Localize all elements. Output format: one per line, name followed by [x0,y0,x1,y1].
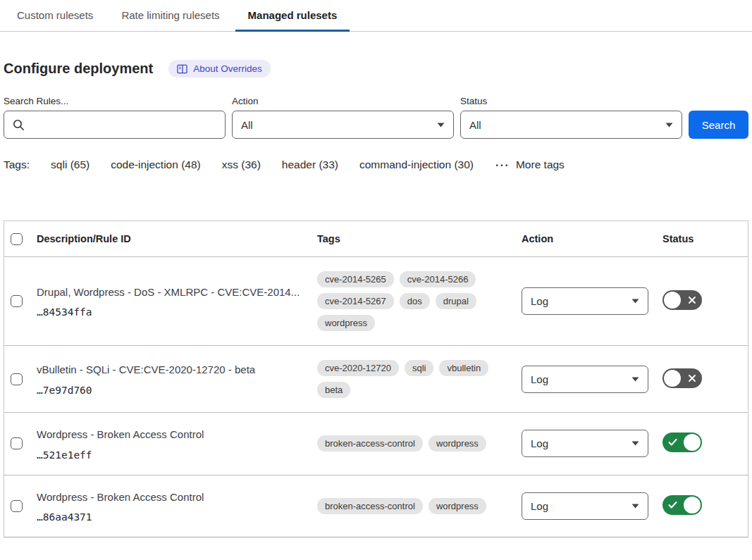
tag-filter-sqli[interactable]: sqli (65) [51,158,90,171]
filter-bar: Search Rules... Action All Status All [4,96,748,139]
column-tags: Tags [317,233,522,244]
table-header: Description/Rule ID Tags Action Status [4,221,748,256]
search-rules-input[interactable] [4,111,226,139]
rule-tag-pill[interactable]: cve-2020-12720 [317,360,399,376]
rule-description: Wordpress - Broken Access Control [37,490,309,506]
table-row: Wordpress - Broken Access Control…86aa43… [4,475,748,537]
rule-action-value: Log [531,295,548,307]
row-checkbox[interactable] [11,373,23,385]
action-filter-value: All [241,119,253,131]
tab-managed-rulesets[interactable]: Managed rulesets [235,0,350,32]
rule-tag-pill[interactable]: dos [400,293,430,309]
rule-status-cell [662,368,748,390]
action-filter-label: Action [232,96,454,106]
rule-action-cell: Log [522,430,662,457]
rule-tag-pill[interactable]: cve-2014-5266 [400,271,476,287]
rule-tag-pill[interactable]: drupal [436,293,476,309]
ellipsis-icon: ⋯ [495,161,510,168]
status-filter-label: Status [460,96,682,106]
rule-description-cell: Wordpress - Broken Access Control…86aa43… [37,490,317,523]
rule-tag-pill[interactable]: vbulletin [439,360,488,376]
rule-status-toggle[interactable] [662,495,702,515]
about-overrides-link[interactable]: About Overrides [168,60,271,77]
search-button[interactable]: Search [689,111,748,139]
rule-tag-pill[interactable]: cve-2014-5265 [317,271,394,287]
x-icon [688,374,696,382]
rule-action-select[interactable]: Log [522,287,648,315]
x-icon [688,296,696,304]
rule-tag-pill[interactable]: wordpress [317,315,375,331]
rule-tags-cell: cve-2014-5265cve-2014-5266cve-2014-5267d… [317,271,522,331]
rule-action-value: Log [531,437,548,449]
check-icon [668,439,677,447]
tag-filter-header[interactable]: header (33) [282,158,338,171]
more-tags-button[interactable]: ⋯ More tags [495,158,565,171]
rule-status-cell [662,495,748,517]
toggle-knob [684,434,701,451]
rule-action-select[interactable]: Log [522,492,648,520]
rule-action-cell: Log [522,287,662,315]
rule-description: vBulletin - SQLi - CVE:CVE-2020-12720 - … [37,362,309,378]
status-filter-value: All [469,119,481,131]
row-checkbox[interactable] [11,295,23,307]
more-tags-label: More tags [516,158,565,171]
header-checkbox-cell [4,233,37,245]
rule-status-cell [662,290,748,312]
action-filter-field: Action All [232,96,454,139]
main-content: Configure deployment About Overrides Sea… [0,60,752,537]
rule-status-toggle[interactable] [662,290,702,310]
tag-filter-command-injection[interactable]: command-injection (30) [359,158,474,171]
table-body: Drupal, Wordpress - DoS - XMLRPC - CVE:C… [4,256,748,537]
row-checkbox[interactable] [11,500,23,512]
chevron-down-icon [631,504,639,509]
rules-table: Description/Rule ID Tags Action Status D… [4,220,748,537]
search-icon [13,119,25,131]
select-all-checkbox[interactable] [11,233,23,245]
row-checkbox-cell [4,500,37,512]
row-checkbox-cell [4,295,37,307]
table-row: Wordpress - Broken Access Control…521e1e… [4,412,748,475]
rule-status-cell [662,433,748,454]
toggle-x-glyph [688,374,696,382]
rule-status-toggle[interactable] [662,433,702,452]
rule-tag-pill[interactable]: wordpress [429,435,486,452]
book-icon [177,64,187,74]
rule-id: …7e97d760 [37,385,309,396]
chevron-down-icon [631,377,639,382]
tags-bar-label: Tags: [4,158,30,171]
toggle-check-glyph [668,501,677,509]
rule-tag-pill[interactable]: wordpress [429,498,486,514]
rule-tag-pill[interactable]: beta [317,382,350,398]
rule-description-cell: Drupal, Wordpress - DoS - XMLRPC - CVE:C… [37,285,317,318]
tag-filter-code-injection[interactable]: code-injection (48) [111,158,201,171]
search-rules-field: Search Rules... [4,96,226,139]
toggle-knob [664,370,681,387]
row-checkbox[interactable] [11,437,23,449]
toggle-knob [684,497,701,514]
rule-action-cell: Log [522,492,662,520]
tab-custom-rulesets[interactable]: Custom rulesets [4,0,106,32]
tag-filter-xss[interactable]: xss (36) [222,158,261,171]
action-filter-select[interactable]: All [232,111,454,139]
rule-tag-pill[interactable]: broken-access-control [317,435,423,452]
rule-action-value: Log [531,373,548,385]
rule-action-select[interactable]: Log [522,430,648,457]
status-filter-select[interactable]: All [460,111,682,139]
tab-rate-limiting-rulesets[interactable]: Rate limiting rulesets [109,0,232,32]
rule-id: …521e1eff [37,449,309,461]
column-status: Status [662,233,748,244]
about-overrides-label: About Overrides [193,63,262,74]
tags-bar: Tags: sqli (65) code-injection (48) xss … [4,158,748,171]
rule-tag-pill[interactable]: broken-access-control [317,498,423,514]
rule-tags-cell: cve-2020-12720sqlivbulletinbeta [317,360,522,398]
table-row: vBulletin - SQLi - CVE:CVE-2020-12720 - … [4,345,748,412]
row-checkbox-cell [4,373,37,385]
column-description-rule-id: Description/Rule ID [37,233,317,244]
rule-tag-pill[interactable]: cve-2014-5267 [317,293,394,309]
rule-tag-pill[interactable]: sqli [405,360,434,376]
row-checkbox-cell [4,437,37,449]
toggle-x-glyph [688,296,696,304]
rule-status-toggle[interactable] [662,368,702,388]
rule-id: …84534ffa [37,306,309,318]
rule-action-select[interactable]: Log [522,366,648,393]
